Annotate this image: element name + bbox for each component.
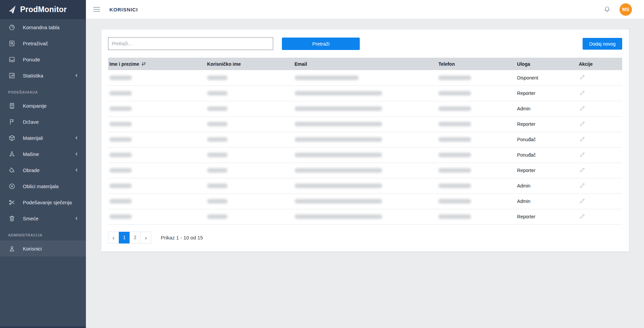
app-logo[interactable]: ProdMonitor [0,0,86,19]
chevron-left-icon [112,236,115,239]
edit-pencil-icon[interactable] [579,213,586,220]
redacted-name [109,122,132,126]
redacted-email [295,153,382,157]
pagination-page-1[interactable]: 1 [119,232,130,243]
redacted-phone [438,106,471,111]
redacted-username [207,199,228,204]
redacted-phone [438,75,471,80]
sidebar-item-podesavanje-sjecenja[interactable]: Podešavanje sječenja [0,194,86,210]
sidebar-item-label: Države [23,119,39,125]
pagination-page-2[interactable]: 2 [130,232,141,243]
sort-icon[interactable] [141,62,146,66]
redacted-username [207,75,228,80]
edit-pencil-icon[interactable] [579,167,586,174]
sidebar-item-label: Podešavanje sječenja [23,200,72,205]
table-row: Disponent [108,70,622,86]
add-new-button[interactable]: Dodaj novog [583,38,622,50]
edit-pencil-icon[interactable] [579,74,586,81]
avatar[interactable]: MS [620,3,632,16]
hamburger-menu-icon[interactable] [93,7,100,12]
bell-icon[interactable] [603,6,611,13]
sidebar-item-label: Komandna tabla [23,24,59,30]
redacted-name [109,75,132,80]
table-row: Admin [108,194,622,209]
sidebar-item-oblici-materijala[interactable]: Oblici materijala [0,178,86,194]
table-row: Ponuđač [108,132,622,147]
page-title: KORISNICI [109,7,138,12]
sidebar-item-drzave[interactable]: Države [0,114,86,130]
redacted-phone [438,199,471,204]
redacted-email [295,106,382,111]
redacted-username [207,214,228,219]
redacted-name [109,137,132,142]
sidebar-item-kompanije[interactable]: Kompanije [0,98,86,114]
column-header-telefon[interactable]: Telefon [437,58,515,70]
sidebar-item-label: Ponude [23,57,40,62]
sidebar-item-korisnici[interactable]: Korisnici [0,240,86,257]
chevron-left-icon [75,136,79,140]
pagination-prev-button[interactable] [108,232,119,243]
column-header-uloga[interactable]: Uloga [516,58,578,70]
sidebar-section-administracija: ADMINISTRACIJA [0,226,86,240]
redacted-name [109,153,132,157]
role-cell: Admin [516,178,578,194]
users-table: Ime i prezime Korisničko ime Email Telef… [108,58,622,225]
search-input[interactable] [108,37,273,50]
table-row: Reporter [108,86,622,101]
column-header-email[interactable]: Email [293,58,437,70]
role-cell: Reporter [516,163,578,178]
inbox-icon [8,56,15,63]
redacted-email [295,168,382,173]
chevron-left-icon [75,216,79,220]
sidebar-item-label: Statistika [23,73,43,78]
column-header-ime-i-prezime[interactable]: Ime i prezime [108,58,206,70]
table-row: Reporter [108,116,622,132]
table-row: Reporter [108,163,622,178]
redacted-email [295,137,382,142]
trash-icon [8,215,15,222]
sidebar-item-obrade[interactable]: Obrade [0,162,86,178]
redacted-phone [438,168,471,173]
sidebar-item-smece[interactable]: Smeće [0,210,86,226]
redacted-phone [438,122,471,126]
sidebar-item-pretrazivac[interactable]: Pretraživač [0,35,86,51]
redacted-name [109,183,132,188]
pagination-next-button[interactable] [140,232,151,243]
redacted-email [295,75,359,80]
table-row: Admin [108,101,622,116]
redacted-phone [438,91,471,96]
edit-pencil-icon[interactable] [579,136,586,143]
redacted-name [109,168,132,173]
sidebar-item-ponude[interactable]: Ponude [0,51,86,67]
edit-pencil-icon[interactable] [579,90,586,97]
sidebar-item-masine[interactable]: Mašine [0,146,86,162]
redacted-username [207,137,228,142]
sidebar-section-podesavanja: PODEŠAVANJA [0,84,86,98]
sidebar-item-materijali[interactable]: Materijali [0,130,86,146]
redacted-username [207,122,228,126]
sidebar-item-komandna-tabla[interactable]: Komandna tabla [0,19,86,35]
app-title: ProdMonitor [20,5,67,14]
search-button[interactable]: Pretraži [282,38,360,50]
edit-pencil-icon[interactable] [579,198,586,205]
redacted-email [295,91,382,96]
edit-pencil-icon[interactable] [579,121,586,127]
edit-pencil-icon[interactable] [579,182,586,189]
redacted-username [207,168,228,173]
edit-pencil-icon[interactable] [579,105,586,112]
column-header-korisnicko-ime[interactable]: Korisničko ime [206,58,293,70]
redacted-email [295,199,382,204]
document-search-icon [8,40,15,47]
redacted-phone [438,153,471,157]
redacted-username [207,91,228,96]
pagination: 1 2 [108,232,151,243]
column-header-akcije: Akcije [578,58,622,70]
sidebar-item-label: Mašine [23,151,39,157]
redacted-name [109,106,132,111]
sidebar-item-statistika[interactable]: Statistika [0,67,86,84]
topbar-right: MS [603,3,632,16]
redacted-name [109,199,132,204]
edit-pencil-icon[interactable] [579,152,586,158]
role-cell: Reporter [516,86,578,101]
chevron-left-icon [75,152,79,156]
